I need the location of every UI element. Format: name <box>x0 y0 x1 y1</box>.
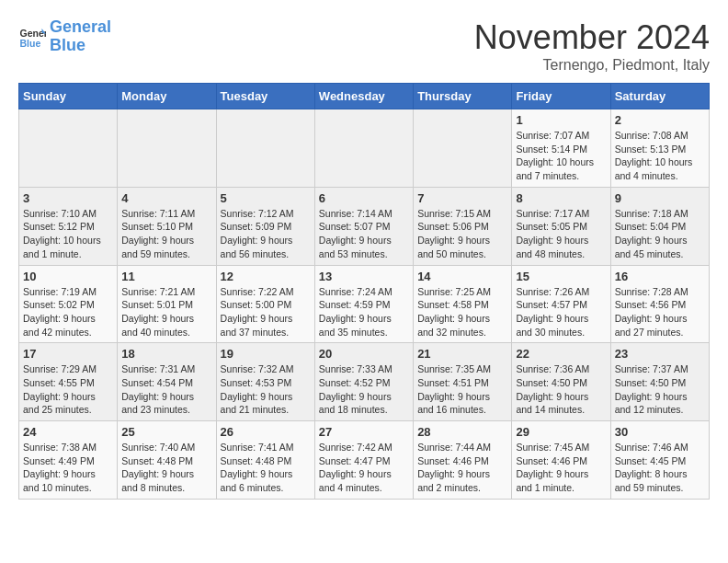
day-info: Sunrise: 7:24 AM Sunset: 4:59 PM Dayligh… <box>319 285 409 339</box>
day-number: 28 <box>417 425 507 439</box>
calendar-cell-w5-d2: 25Sunrise: 7:40 AM Sunset: 4:48 PM Dayli… <box>118 421 216 500</box>
col-thursday: Thursday <box>414 84 512 109</box>
calendar-cell-w1-d2 <box>118 109 216 188</box>
month-title: November 2024 <box>474 18 710 57</box>
day-info: Sunrise: 7:44 AM Sunset: 4:46 PM Dayligh… <box>417 441 507 495</box>
logo-blue: Blue <box>50 36 85 54</box>
day-number: 9 <box>615 191 705 205</box>
calendar-cell-w4-d6: 22Sunrise: 7:36 AM Sunset: 4:50 PM Dayli… <box>512 343 610 421</box>
location: Ternengo, Piedmont, Italy <box>474 57 710 74</box>
day-info: Sunrise: 7:15 AM Sunset: 5:06 PM Dayligh… <box>417 207 507 261</box>
day-number: 12 <box>221 270 311 283</box>
day-number: 23 <box>615 347 705 361</box>
day-info: Sunrise: 7:11 AM Sunset: 5:10 PM Dayligh… <box>121 207 211 261</box>
calendar-cell-w5-d1: 24Sunrise: 7:38 AM Sunset: 4:49 PM Dayli… <box>19 421 118 500</box>
day-info: Sunrise: 7:21 AM Sunset: 5:01 PM Dayligh… <box>121 285 211 339</box>
logo-general: General <box>50 17 111 36</box>
day-info: Sunrise: 7:22 AM Sunset: 5:00 PM Dayligh… <box>221 285 311 339</box>
col-saturday: Saturday <box>610 84 709 109</box>
day-info: Sunrise: 7:46 AM Sunset: 4:45 PM Dayligh… <box>615 441 705 495</box>
calendar-cell-w2-d5: 7Sunrise: 7:15 AM Sunset: 5:06 PM Daylig… <box>414 187 512 265</box>
day-info: Sunrise: 7:36 AM Sunset: 4:50 PM Dayligh… <box>516 362 606 417</box>
calendar-cell-w5-d7: 30Sunrise: 7:46 AM Sunset: 4:45 PM Dayli… <box>610 421 709 500</box>
calendar-week-5: 24Sunrise: 7:38 AM Sunset: 4:49 PM Dayli… <box>19 421 710 500</box>
calendar-cell-w3-d2: 11Sunrise: 7:21 AM Sunset: 5:01 PM Dayli… <box>118 265 216 343</box>
calendar-cell-w1-d7: 2Sunrise: 7:08 AM Sunset: 5:13 PM Daylig… <box>610 109 709 188</box>
calendar-cell-w1-d4 <box>314 109 413 188</box>
logo-text: General Blue <box>50 18 111 55</box>
day-info: Sunrise: 7:38 AM Sunset: 4:49 PM Dayligh… <box>23 441 113 495</box>
calendar-cell-w4-d7: 23Sunrise: 7:37 AM Sunset: 4:50 PM Dayli… <box>610 343 709 421</box>
day-info: Sunrise: 7:26 AM Sunset: 4:57 PM Dayligh… <box>516 285 606 339</box>
day-number: 22 <box>516 347 606 361</box>
calendar-cell-w4-d3: 19Sunrise: 7:32 AM Sunset: 4:53 PM Dayli… <box>216 343 314 421</box>
calendar-cell-w5-d5: 28Sunrise: 7:44 AM Sunset: 4:46 PM Dayli… <box>414 421 512 500</box>
title-block: November 2024 Ternengo, Piedmont, Italy <box>474 18 710 74</box>
day-number: 3 <box>23 191 113 205</box>
calendar-cell-w4-d1: 17Sunrise: 7:29 AM Sunset: 4:55 PM Dayli… <box>19 343 118 421</box>
day-info: Sunrise: 7:45 AM Sunset: 4:46 PM Dayligh… <box>516 441 606 495</box>
calendar-cell-w3-d5: 14Sunrise: 7:25 AM Sunset: 4:58 PM Dayli… <box>414 265 512 343</box>
calendar-cell-w2-d1: 3Sunrise: 7:10 AM Sunset: 5:12 PM Daylig… <box>19 187 118 265</box>
calendar-cell-w4-d5: 21Sunrise: 7:35 AM Sunset: 4:51 PM Dayli… <box>414 343 512 421</box>
calendar-cell-w2-d3: 5Sunrise: 7:12 AM Sunset: 5:09 PM Daylig… <box>216 187 314 265</box>
day-info: Sunrise: 7:40 AM Sunset: 4:48 PM Dayligh… <box>121 441 211 495</box>
day-info: Sunrise: 7:17 AM Sunset: 5:05 PM Dayligh… <box>516 207 606 261</box>
calendar-week-1: 1Sunrise: 7:07 AM Sunset: 5:14 PM Daylig… <box>19 109 710 188</box>
day-number: 17 <box>23 347 113 361</box>
calendar-header-row: Sunday Monday Tuesday Wednesday Thursday… <box>19 84 710 109</box>
calendar-week-3: 10Sunrise: 7:19 AM Sunset: 5:02 PM Dayli… <box>19 265 710 343</box>
day-number: 20 <box>319 347 409 361</box>
day-number: 5 <box>221 191 311 205</box>
day-number: 29 <box>516 425 606 439</box>
day-info: Sunrise: 7:32 AM Sunset: 4:53 PM Dayligh… <box>221 362 311 417</box>
day-number: 16 <box>615 270 705 283</box>
calendar-cell-w3-d1: 10Sunrise: 7:19 AM Sunset: 5:02 PM Dayli… <box>19 265 118 343</box>
calendar-cell-w1-d1 <box>19 109 118 188</box>
calendar-cell-w4-d4: 20Sunrise: 7:33 AM Sunset: 4:52 PM Dayli… <box>314 343 413 421</box>
calendar-cell-w3-d3: 12Sunrise: 7:22 AM Sunset: 5:00 PM Dayli… <box>216 265 314 343</box>
day-number: 10 <box>23 270 113 283</box>
day-info: Sunrise: 7:35 AM Sunset: 4:51 PM Dayligh… <box>417 362 507 417</box>
day-number: 7 <box>417 191 507 205</box>
calendar-cell-w3-d4: 13Sunrise: 7:24 AM Sunset: 4:59 PM Dayli… <box>314 265 413 343</box>
day-number: 24 <box>23 425 113 439</box>
day-info: Sunrise: 7:12 AM Sunset: 5:09 PM Dayligh… <box>221 207 311 261</box>
calendar-cell-w3-d6: 15Sunrise: 7:26 AM Sunset: 4:57 PM Dayli… <box>512 265 610 343</box>
day-info: Sunrise: 7:08 AM Sunset: 5:13 PM Dayligh… <box>615 129 705 183</box>
logo: General Blue General Blue <box>18 18 111 55</box>
day-info: Sunrise: 7:19 AM Sunset: 5:02 PM Dayligh… <box>23 285 113 339</box>
logo-icon: General Blue <box>18 23 46 51</box>
calendar-cell-w1-d6: 1Sunrise: 7:07 AM Sunset: 5:14 PM Daylig… <box>512 109 610 188</box>
day-number: 15 <box>516 270 606 283</box>
calendar-week-4: 17Sunrise: 7:29 AM Sunset: 4:55 PM Dayli… <box>19 343 710 421</box>
col-friday: Friday <box>512 84 610 109</box>
calendar-cell-w2-d2: 4Sunrise: 7:11 AM Sunset: 5:10 PM Daylig… <box>118 187 216 265</box>
calendar-cell-w5-d3: 26Sunrise: 7:41 AM Sunset: 4:48 PM Dayli… <box>216 421 314 500</box>
day-number: 11 <box>121 270 211 283</box>
calendar-cell-w2-d4: 6Sunrise: 7:14 AM Sunset: 5:07 PM Daylig… <box>314 187 413 265</box>
calendar-cell-w1-d3 <box>216 109 314 188</box>
day-number: 21 <box>417 347 507 361</box>
day-number: 18 <box>121 347 211 361</box>
day-number: 2 <box>615 113 705 127</box>
col-monday: Monday <box>118 84 216 109</box>
calendar-cell-w2-d7: 9Sunrise: 7:18 AM Sunset: 5:04 PM Daylig… <box>610 187 709 265</box>
calendar-cell-w3-d7: 16Sunrise: 7:28 AM Sunset: 4:56 PM Dayli… <box>610 265 709 343</box>
day-info: Sunrise: 7:25 AM Sunset: 4:58 PM Dayligh… <box>417 285 507 339</box>
day-info: Sunrise: 7:29 AM Sunset: 4:55 PM Dayligh… <box>23 362 113 417</box>
day-info: Sunrise: 7:28 AM Sunset: 4:56 PM Dayligh… <box>615 285 705 339</box>
col-wednesday: Wednesday <box>314 84 413 109</box>
day-number: 25 <box>121 425 211 439</box>
day-info: Sunrise: 7:42 AM Sunset: 4:47 PM Dayligh… <box>319 441 409 495</box>
day-number: 8 <box>516 191 606 205</box>
day-info: Sunrise: 7:31 AM Sunset: 4:54 PM Dayligh… <box>121 362 211 417</box>
calendar-cell-w5-d4: 27Sunrise: 7:42 AM Sunset: 4:47 PM Dayli… <box>314 421 413 500</box>
day-number: 27 <box>319 425 409 439</box>
day-info: Sunrise: 7:14 AM Sunset: 5:07 PM Dayligh… <box>319 207 409 261</box>
page-header: General Blue General Blue November 2024 … <box>18 18 710 74</box>
calendar-week-2: 3Sunrise: 7:10 AM Sunset: 5:12 PM Daylig… <box>19 187 710 265</box>
calendar: Sunday Monday Tuesday Wednesday Thursday… <box>18 83 710 500</box>
day-number: 1 <box>516 113 606 127</box>
day-info: Sunrise: 7:33 AM Sunset: 4:52 PM Dayligh… <box>319 362 409 417</box>
